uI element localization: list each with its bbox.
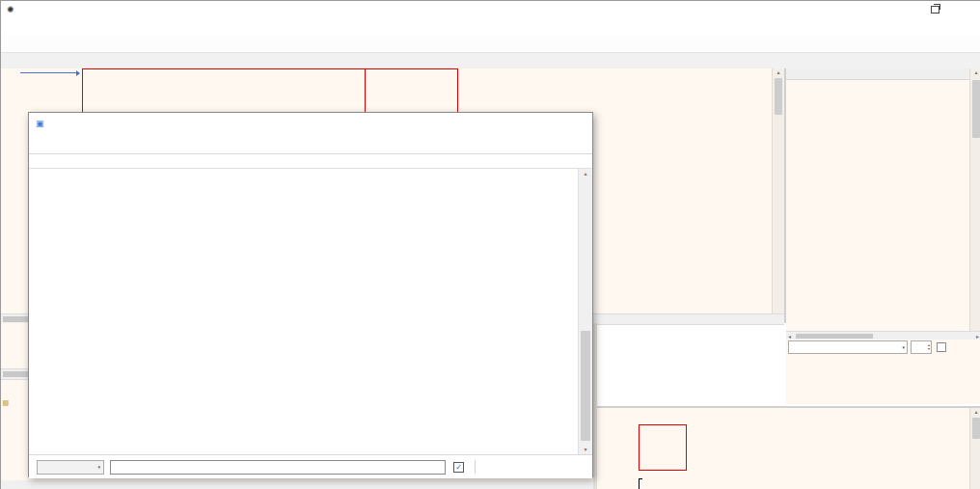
dialog-maximize-button[interactable]	[534, 113, 563, 134]
table-vscrollbar[interactable]: ▴ ▾	[578, 169, 592, 454]
stepper-arrows-icon: ▴▾	[928, 343, 930, 351]
handle-table: ▴ ▾	[29, 169, 592, 454]
arg-depth-stepper[interactable]: ▴▾	[911, 340, 932, 354]
stack-args-highlight	[639, 424, 687, 472]
dialog-icon: ▣	[36, 119, 44, 128]
callconv-row: ▾ ▴▾	[786, 340, 980, 354]
dialog-tabbar	[29, 134, 592, 154]
dump-strip: ▤	[3, 394, 8, 410]
bottom-scroll-strip[interactable]	[1, 480, 593, 489]
filter-input[interactable]	[110, 460, 446, 475]
hide-fpu-button[interactable]	[786, 68, 980, 80]
x32dbg-window: ✺ ▴ ▤	[0, 0, 980, 489]
column-filter-dropdown[interactable]: ▾	[37, 460, 104, 475]
view-tabbar	[1, 53, 980, 69]
highlight-divider	[365, 68, 366, 115]
app-icon: ✺	[7, 5, 14, 14]
toolbar	[1, 34, 980, 53]
arguments-panel[interactable]	[786, 354, 980, 404]
regex-checkbox[interactable]: ✓	[453, 462, 464, 473]
table-header[interactable]	[29, 154, 592, 169]
chevron-down-icon: ▾	[902, 344, 905, 350]
calling-convention-select[interactable]: ▾	[788, 340, 908, 354]
dump-icon: ▤	[3, 397, 8, 407]
dialog-minimize-button[interactable]	[505, 113, 534, 134]
titlebar: ✺	[1, 1, 980, 18]
dialog-footer: ▾ ✓	[29, 454, 592, 478]
eip-arrow-icon	[20, 72, 76, 73]
disasm-vscrollbar[interactable]: ▴	[772, 68, 784, 313]
highlight-rectangle	[82, 68, 458, 117]
minimize-button[interactable]	[888, 1, 919, 18]
registers-panel[interactable]	[786, 68, 980, 331]
properties-dialog: ▣ ▴ ▾ ▾ ✓	[28, 112, 593, 477]
restore-icon	[931, 6, 939, 14]
close-button[interactable]	[950, 1, 980, 18]
chevron-down-icon: ▾	[97, 464, 100, 470]
dialog-titlebar[interactable]: ▣	[29, 113, 592, 134]
registers-vscrollbar[interactable]: ▴	[969, 68, 980, 331]
restore-button[interactable]	[919, 1, 950, 18]
menubar	[1, 18, 980, 34]
stack-panel[interactable]	[597, 406, 980, 489]
stack-vscrollbar[interactable]: ▴	[969, 408, 980, 489]
stack-frame-bracket	[639, 478, 642, 489]
footer-divider	[475, 460, 476, 474]
unlocked-checkbox[interactable]	[937, 342, 946, 352]
dialog-close-button[interactable]	[563, 113, 592, 134]
